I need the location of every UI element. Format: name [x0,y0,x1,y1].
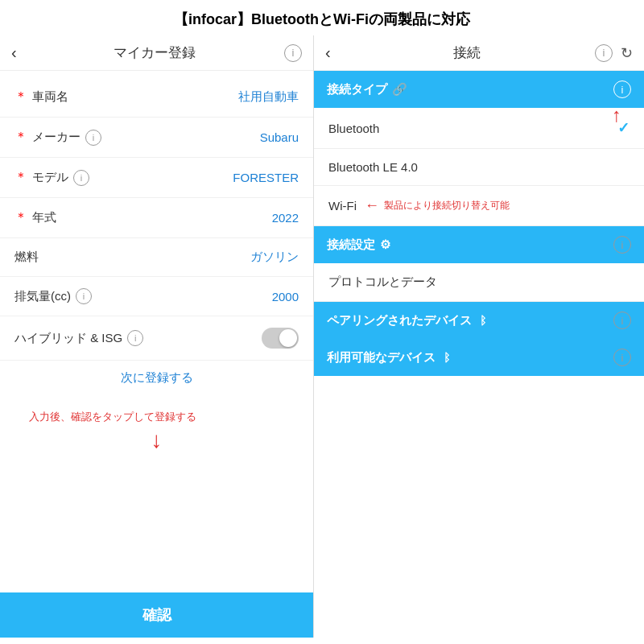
right-panel-title: 接続 [339,43,595,62]
model-label-text: モデル [32,170,68,185]
model-row: ＊ モデル i FORESTER [0,158,313,198]
refresh-button[interactable]: ↻ [621,44,633,62]
connection-settings-info-button[interactable]: i [613,236,631,254]
wifi-option[interactable]: Wi-Fi ← 製品により接続切り替え可能 [314,186,644,226]
vehicle-name-row: ＊ 車両名 社用自動車 [0,77,313,118]
connection-settings-title-text: 接続設定 [327,237,375,253]
available-bluetooth-icon: ᛒ [444,351,450,364]
vehicle-name-label-text: 車両名 [32,89,68,105]
gear-icon: ⚙ [380,237,390,252]
maker-info-button[interactable]: i [85,130,101,146]
year-label: ＊ 年式 [14,209,119,226]
wifi-annotation-text: 製品により接続切り替え可能 [384,199,510,213]
available-devices-info-button[interactable]: i [613,349,631,366]
vehicle-name-value[interactable]: 社用自動車 [119,89,299,105]
required-star-4: ＊ [14,209,27,226]
input-annotation-text: 入力後、確認をタップして登録する [14,403,299,424]
year-label-text: 年式 [32,210,56,225]
left-header-info-button[interactable]: i [284,44,302,62]
connection-type-title-text: 接続タイプ [327,82,387,97]
year-value[interactable]: 2022 [119,211,299,225]
year-row: ＊ 年式 2022 [0,198,313,238]
model-label: ＊ モデル i [14,169,119,186]
displacement-label: 排気量(cc) i [14,288,119,304]
hybrid-info-button[interactable]: i [127,330,143,346]
left-panel: ‹ マイカー登録 i ＊ 車両名 社用自動車 ＊ メーカー i S [0,35,314,638]
fuel-label-text: 燃料 [14,250,39,265]
left-panel-header: ‹ マイカー登録 i [0,35,313,71]
connection-settings-section-header: 接続設定 ⚙ i [314,226,644,263]
right-header-info-button[interactable]: i [595,44,613,62]
right-panel: ‹ 接続 i ↻ 接続タイプ 🔗 i Bluetooth ✓ Bluetooth… [314,35,644,638]
paired-devices-title-text: ペアリングされたデバイス [327,313,472,328]
maker-value[interactable]: Subaru [119,130,299,144]
connection-type-info-button[interactable]: i [613,80,631,98]
connection-type-section-header: 接続タイプ 🔗 i [314,71,644,108]
selection-arrow-icon: ↑ [612,104,621,126]
bluetooth-le-option[interactable]: Bluetooth LE 4.0 ↑ [314,149,644,186]
fuel-value[interactable]: ガソリン [119,250,299,265]
wifi-option-text: Wi-Fi [328,199,357,213]
connection-type-title: 接続タイプ 🔗 [327,82,407,97]
protocol-text: プロトコルとデータ [328,275,437,290]
available-devices-section-header: 利用可能なデバイス ᛒ i [314,339,644,376]
displacement-value[interactable]: 2000 [119,290,299,303]
down-arrow-icon: ↓ [14,429,299,452]
hybrid-toggle[interactable] [262,328,299,349]
displacement-info-button[interactable]: i [76,288,92,304]
available-devices-title: 利用可能なデバイス ᛒ [327,350,450,365]
required-star: ＊ [14,89,27,105]
paired-devices-title: ペアリングされたデバイス ᛒ [327,313,486,328]
maker-label-text: メーカー [32,130,80,145]
available-devices-title-text: 利用可能なデバイス [327,350,436,365]
required-star-3: ＊ [14,169,27,186]
protocol-row[interactable]: プロトコルとデータ [314,263,644,302]
displacement-label-text: 排気量(cc) [14,289,71,304]
confirm-button[interactable]: 確認 [0,592,313,638]
fuel-row: 燃料 ガソリン [0,238,313,277]
toggle-knob [279,329,297,347]
right-back-button[interactable]: ‹ [325,43,331,62]
connection-settings-title: 接続設定 ⚙ [327,237,390,253]
displacement-row: 排気量(cc) i 2000 [0,277,313,316]
next-register-button[interactable]: 次に登録する [0,361,313,395]
left-back-button[interactable]: ‹ [11,43,17,62]
left-panel-title: マイカー登録 [25,43,284,62]
fuel-label: 燃料 [14,250,119,265]
required-star-2: ＊ [14,129,27,146]
model-info-button[interactable]: i [73,170,89,186]
right-panel-header: ‹ 接続 i ↻ [314,35,644,71]
link-icon: 🔗 [392,82,407,97]
confirm-arrow-annotation: ↓ [0,424,313,452]
hybrid-row: ハイブリッド & ISG i [0,316,313,361]
bluetooth-option-text: Bluetooth [328,122,379,135]
maker-label: ＊ メーカー i [14,129,119,146]
maker-row: ＊ メーカー i Subaru [0,118,313,158]
hybrid-label: ハイブリッド & ISG i [14,330,143,346]
paired-devices-info-button[interactable]: i [613,312,631,329]
bluetooth-option[interactable]: Bluetooth ✓ [314,108,644,149]
page-title: 【infocar】BluetoothとWi-Fiの両製品に対応 [0,0,644,35]
form-content: ＊ 車両名 社用自動車 ＊ メーカー i Subaru ＊ モデル [0,71,313,638]
paired-devices-section-header: ペアリングされたデバイス ᛒ i [314,302,644,339]
left-arrow-icon: ← [365,197,379,214]
right-header-icons: i ↻ [595,44,633,62]
vehicle-name-label: ＊ 車両名 [14,89,119,105]
hybrid-label-text: ハイブリッド & ISG [14,331,122,346]
bluetooth-le-option-text: Bluetooth LE 4.0 [328,160,418,174]
model-value[interactable]: FORESTER [119,171,299,184]
paired-bluetooth-icon: ᛒ [480,314,486,327]
wifi-annotation: ← 製品により接続切り替え可能 [365,197,510,214]
